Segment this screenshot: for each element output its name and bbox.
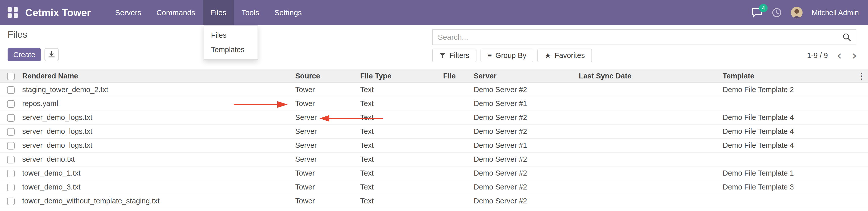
cell-rendered-name: staging_tower_demo_2.txt bbox=[22, 83, 295, 97]
messages-count-badge: 4 bbox=[759, 4, 768, 12]
nav-item-servers[interactable]: Servers bbox=[107, 0, 149, 25]
messages-icon[interactable]: 4 bbox=[751, 8, 763, 18]
cell-file-type: Text bbox=[360, 166, 443, 180]
files-list-table: Rendered Name Source File Type File Serv… bbox=[0, 69, 868, 208]
cell-last-sync-date bbox=[579, 194, 723, 208]
row-checkbox[interactable] bbox=[7, 114, 15, 122]
cell-server: Demo Server #2 bbox=[474, 166, 579, 180]
row-checkbox[interactable] bbox=[7, 198, 15, 205]
user-menu[interactable]: Mitchell Admin bbox=[812, 9, 859, 17]
user-avatar[interactable] bbox=[791, 7, 803, 19]
search-submit-button[interactable] bbox=[838, 30, 856, 44]
table-row[interactable]: server_demo_logs.txt Server Text Demo Se… bbox=[0, 111, 868, 124]
cell-last-sync-date bbox=[579, 83, 723, 97]
column-header-template[interactable]: Template bbox=[723, 69, 855, 83]
app-title[interactable]: Cetmix Tower bbox=[25, 7, 91, 19]
nav-item-settings[interactable]: Settings bbox=[267, 0, 309, 25]
row-checkbox[interactable] bbox=[7, 156, 15, 163]
navbar-right: 4 Mitchell Admin bbox=[751, 7, 868, 19]
cell-template: Demo File Template 4 bbox=[723, 124, 855, 139]
cell-server: Demo Server #2 bbox=[474, 83, 579, 97]
cell-last-sync-date bbox=[579, 139, 723, 152]
cell-source: Tower bbox=[295, 180, 360, 194]
table-row[interactable]: tower_demo_1.txt Tower Text Demo Server … bbox=[0, 166, 868, 180]
search-options: Filters ≡ Group By ★ Favorites bbox=[432, 49, 592, 62]
main-menu: Servers Commands Files Tools Settings bbox=[107, 0, 309, 25]
dropdown-item-templates[interactable]: Templates bbox=[204, 42, 257, 57]
cell-server: Demo Server #1 bbox=[474, 139, 579, 152]
create-button[interactable]: Create bbox=[8, 48, 41, 61]
cell-rendered-name: tower_demo_3.txt bbox=[22, 180, 295, 194]
export-download-button[interactable] bbox=[44, 48, 59, 61]
column-header-last-sync-date[interactable]: Last Sync Date bbox=[579, 69, 723, 83]
table-row[interactable]: tower_demo_without_template_staging.txt … bbox=[0, 194, 868, 208]
table-header-row: Rendered Name Source File Type File Serv… bbox=[0, 69, 868, 83]
column-header-file-type[interactable]: File Type bbox=[360, 69, 443, 83]
files-menu-dropdown: Files Templates bbox=[204, 25, 258, 60]
cell-server: Demo Server #2 bbox=[474, 180, 579, 194]
cell-source: Server bbox=[295, 124, 360, 139]
column-header-rendered-name[interactable]: Rendered Name bbox=[22, 69, 295, 83]
cell-file-type: Text bbox=[360, 180, 443, 194]
table-row[interactable]: server_demo_logs.txt Server Text Demo Se… bbox=[0, 124, 868, 139]
cell-file bbox=[443, 83, 474, 97]
group-by-button[interactable]: ≡ Group By bbox=[480, 49, 533, 62]
column-header-source[interactable]: Source bbox=[295, 69, 360, 83]
row-checkbox[interactable] bbox=[7, 170, 15, 177]
pager-previous-button[interactable]: ‹ bbox=[835, 50, 843, 61]
cell-file-type: Text bbox=[360, 83, 443, 97]
cell-source: Tower bbox=[295, 83, 360, 97]
nav-item-files[interactable]: Files bbox=[203, 0, 234, 25]
cell-file-type: Text bbox=[360, 152, 443, 166]
cell-file-type: Text bbox=[360, 139, 443, 152]
cell-file-type: Text bbox=[360, 194, 443, 208]
nav-item-tools[interactable]: Tools bbox=[234, 0, 267, 25]
cell-rendered-name: repos.yaml bbox=[22, 97, 295, 111]
pager-next-button[interactable]: › bbox=[851, 50, 858, 61]
table-row[interactable]: server_demo.txt Server Text Demo Server … bbox=[0, 152, 868, 166]
row-checkbox[interactable] bbox=[7, 142, 15, 150]
activities-icon[interactable] bbox=[772, 8, 782, 18]
cell-template: Demo File Template 2 bbox=[723, 83, 855, 97]
cell-last-sync-date bbox=[579, 166, 723, 180]
select-all-checkbox[interactable] bbox=[7, 72, 15, 80]
cell-last-sync-date bbox=[579, 124, 723, 139]
filter-funnel-icon bbox=[439, 52, 446, 59]
cell-file-type: Text bbox=[360, 97, 443, 111]
download-icon bbox=[48, 51, 55, 58]
search-bar bbox=[432, 29, 856, 45]
cell-file bbox=[443, 194, 474, 208]
top-navbar: Cetmix Tower Servers Commands Files Tool… bbox=[0, 0, 868, 25]
row-checkbox[interactable] bbox=[7, 128, 15, 135]
table-row[interactable]: tower_demo_3.txt Tower Text Demo Server … bbox=[0, 180, 868, 194]
cell-server: Demo Server #2 bbox=[474, 111, 579, 124]
table-row[interactable]: staging_tower_demo_2.txt Tower Text Demo… bbox=[0, 83, 868, 97]
cell-source: Server bbox=[295, 152, 360, 166]
cell-template bbox=[723, 97, 855, 111]
nav-item-commands[interactable]: Commands bbox=[149, 0, 203, 25]
dropdown-item-files[interactable]: Files bbox=[204, 28, 257, 42]
cell-rendered-name: tower_demo_1.txt bbox=[22, 166, 295, 180]
cell-template bbox=[723, 152, 855, 166]
row-checkbox[interactable] bbox=[7, 100, 15, 108]
cell-file bbox=[443, 152, 474, 166]
cell-file bbox=[443, 180, 474, 194]
cell-rendered-name: server_demo_logs.txt bbox=[22, 111, 295, 124]
row-checkbox[interactable] bbox=[7, 86, 15, 94]
favorites-button[interactable]: ★ Favorites bbox=[537, 49, 592, 62]
cell-server: Demo Server #1 bbox=[474, 97, 579, 111]
cell-server: Demo Server #2 bbox=[474, 124, 579, 139]
table-row[interactable]: repos.yaml Tower Text Demo Server #1 bbox=[0, 97, 868, 111]
cell-source: Tower bbox=[295, 97, 360, 111]
optional-columns-icon[interactable]: ⋮ bbox=[855, 71, 868, 81]
table-row[interactable]: server_demo_logs.txt Server Text Demo Se… bbox=[0, 139, 868, 152]
cell-file bbox=[443, 97, 474, 111]
column-header-file[interactable]: File bbox=[443, 69, 474, 83]
cell-server: Demo Server #2 bbox=[474, 194, 579, 208]
apps-grid-icon[interactable] bbox=[8, 7, 18, 18]
search-input[interactable] bbox=[433, 30, 838, 44]
column-header-server[interactable]: Server bbox=[474, 69, 579, 83]
filters-button[interactable]: Filters bbox=[432, 49, 476, 62]
cell-template: Demo File Template 3 bbox=[723, 180, 855, 194]
row-checkbox[interactable] bbox=[7, 184, 15, 191]
